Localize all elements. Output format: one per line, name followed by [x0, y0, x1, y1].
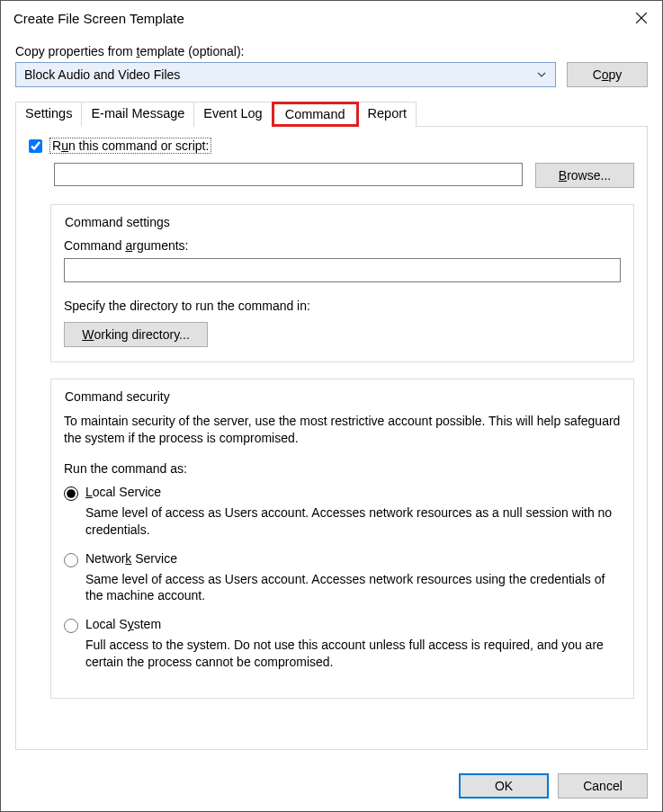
- radio-network-service-desc: Same level of access as Users account. A…: [85, 571, 621, 605]
- radio-network-service[interactable]: [64, 553, 78, 567]
- chevron-down-icon: [537, 67, 546, 82]
- tab-settings[interactable]: Settings: [15, 102, 82, 127]
- browse-button[interactable]: Browse...: [535, 163, 634, 188]
- tab-panel-command: Run this command or script: Browse... Co…: [15, 126, 648, 750]
- tab-report[interactable]: Report: [358, 102, 417, 127]
- tab-eventlog[interactable]: Event Log: [193, 102, 272, 127]
- ok-button[interactable]: OK: [459, 773, 549, 799]
- command-path-row: Browse...: [54, 163, 634, 188]
- dialog-window: Create File Screen Template Copy propert…: [0, 0, 663, 812]
- command-path-input[interactable]: [54, 163, 523, 186]
- titlebar: Create File Screen Template: [1, 1, 662, 35]
- template-dropdown-value: Block Audio and Video Files: [24, 67, 180, 82]
- radio-local-system-row: Local System: [64, 617, 621, 633]
- command-settings-group: Command settings Command arguments: Spec…: [50, 204, 634, 362]
- radio-local-service[interactable]: [64, 486, 78, 501]
- radio-local-service-label: Local Service: [85, 485, 161, 499]
- template-dropdown[interactable]: Block Audio and Video Files: [15, 62, 556, 87]
- radio-network-service-label: Network Service: [85, 551, 177, 566]
- command-arguments-input[interactable]: [64, 258, 621, 282]
- run-command-checkbox[interactable]: [29, 139, 42, 153]
- working-directory-button[interactable]: Working directory...: [64, 322, 208, 347]
- cancel-button[interactable]: Cancel: [558, 773, 648, 799]
- tab-email[interactable]: E-mail Message: [81, 102, 194, 127]
- run-as-label: Run the command as:: [64, 461, 621, 476]
- command-security-description: To maintain security of the server, use …: [64, 413, 621, 447]
- radio-local-service-desc: Same level of access as Users account. A…: [85, 504, 621, 539]
- radio-local-system[interactable]: [64, 619, 78, 633]
- close-icon: [635, 12, 648, 24]
- run-command-checkbox-row: Run this command or script:: [29, 138, 634, 154]
- radio-network-service-row: Network Service: [64, 551, 621, 567]
- copy-template-row: Block Audio and Video Files Copy: [15, 62, 648, 87]
- command-settings-legend: Command settings: [60, 215, 175, 229]
- copy-template-label: Copy properties from template (optional)…: [15, 44, 648, 58]
- dialog-footer: OK Cancel: [1, 764, 662, 811]
- working-directory-hint: Specify the directory to run the command…: [64, 299, 621, 313]
- window-title: Create File Screen Template: [13, 11, 184, 26]
- command-security-group: Command security To maintain security of…: [50, 379, 634, 699]
- command-arguments-label: Command arguments:: [64, 238, 621, 253]
- run-command-label: Run this command or script:: [49, 138, 211, 154]
- tab-command[interactable]: Command: [272, 102, 359, 127]
- close-button[interactable]: [621, 1, 662, 35]
- tab-strip: Settings E-mail Message Event Log Comman…: [15, 102, 648, 127]
- dialog-content: Copy properties from template (optional)…: [1, 35, 662, 764]
- command-security-legend: Command security: [60, 389, 175, 404]
- radio-local-system-label: Local System: [85, 617, 161, 631]
- radio-local-service-row: Local Service: [64, 485, 621, 501]
- copy-button[interactable]: Copy: [567, 62, 648, 87]
- radio-local-system-desc: Full access to the system. Do not use th…: [85, 637, 621, 671]
